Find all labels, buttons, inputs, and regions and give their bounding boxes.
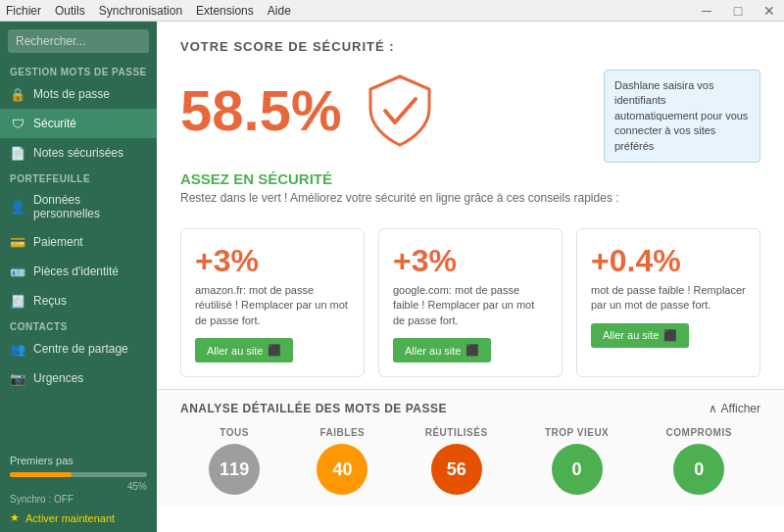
security-description: Restez dans le vert ! Améliorez votre sé… (180, 191, 670, 205)
stat-trop-vieux: TROP VIEUX 0 (545, 427, 609, 495)
progress-percent: 45% (0, 481, 157, 492)
stat-tous-label: TOUS (220, 427, 249, 438)
card-2-desc: google.com: mot de passe faible ! Rempla… (393, 283, 548, 328)
sidebar-item-pieces[interactable]: 🪪 Pièces d'identité (0, 257, 157, 286)
chevron-up-icon: ∧ (709, 402, 717, 415)
maximize-button[interactable]: □ (729, 2, 747, 20)
external-link-icon-3: ⬛ (663, 329, 677, 342)
sidebar-item-label: Pièces d'identité (33, 265, 119, 278)
stat-trop-vieux-label: TROP VIEUX (545, 427, 609, 438)
card-icon: 💳 (10, 234, 25, 250)
section-label-contacts: CONTACTS (0, 315, 157, 334)
card-3: +0.4% mot de passe faible ! Remplacer pa… (576, 228, 760, 377)
card-3-desc: mot de passe faible ! Remplacer par un m… (591, 283, 746, 314)
analysis-header: ANALYSE DÉTAILLÉE DES MOTS DE PASSE ∧ Af… (180, 402, 760, 415)
cards-row: +3% amazon.fr: mot de passe réutilisé ! … (157, 217, 784, 389)
shield-big-icon (361, 72, 439, 150)
premiers-pas-label: Premiers pas (0, 449, 157, 468)
stat-compromis: COMPROMIS 0 (666, 427, 732, 495)
stat-trop-vieux-circle: 0 (552, 444, 603, 495)
score-title: VOTRE SCORE DE SÉCURITÉ : (180, 39, 760, 54)
progress-container (10, 472, 147, 477)
external-link-icon: ⬛ (268, 344, 281, 357)
card-2-percent: +3% (393, 243, 548, 279)
analysis-title: ANALYSE DÉTAILLÉE DES MOTS DE PASSE (180, 402, 447, 415)
sidebar-item-label: Centre de partage (33, 342, 128, 356)
menu-bar: Fichier Outils Synchronisation Extension… (0, 0, 784, 22)
stat-compromis-circle: 0 (673, 444, 724, 495)
menu-extensions[interactable]: Extensions (196, 4, 254, 18)
stat-reutilises: RÉUTILISÉS 56 (425, 427, 488, 495)
sidebar-item-recus[interactable]: 🧾 Reçus (0, 286, 157, 315)
afficher-label: Afficher (721, 402, 760, 415)
share-icon: 👥 (10, 341, 25, 357)
card-3-btn[interactable]: Aller au site ⬛ (591, 323, 689, 348)
sidebar-item-mots-de-passe[interactable]: 🔒 Mots de passe (0, 79, 157, 109)
stat-reutilises-value: 56 (447, 459, 466, 480)
card-1-btn-label: Aller au site (207, 345, 263, 357)
stats-row: TOUS 119 FAIBLES 40 RÉUTILISÉS 56 (180, 427, 760, 495)
sidebar-item-label: Sécurité (33, 117, 76, 130)
lock-icon: 🔒 (10, 86, 25, 102)
card-2-btn[interactable]: Aller au site ⬛ (393, 338, 491, 363)
sidebar: GESTION MOTS DE PASSE 🔒 Mots de passe 🛡 … (0, 22, 157, 532)
sidebar-item-label: Mots de passe (33, 87, 110, 101)
sidebar-item-donnees[interactable]: 👤 Données personnelles (0, 186, 157, 227)
sidebar-item-notes[interactable]: 📄 Notes sécurisées (0, 138, 157, 168)
stat-tous: TOUS 119 (209, 427, 260, 495)
sidebar-item-label: Notes sécurisées (33, 146, 123, 160)
star-icon: ★ (10, 511, 20, 524)
menu-aide[interactable]: Aide (268, 4, 291, 18)
card-2: +3% google.com: mot de passe faible ! Re… (378, 228, 563, 377)
stat-faibles-value: 40 (332, 459, 352, 480)
person-icon: 👤 (10, 199, 25, 215)
card-1: +3% amazon.fr: mot de passe réutilisé ! … (180, 228, 365, 377)
menu-outils[interactable]: Outils (55, 4, 85, 18)
sidebar-item-urgences[interactable]: 📷 Urgences (0, 363, 157, 393)
sidebar-item-securite[interactable]: 🛡 Sécurité (0, 109, 157, 138)
sidebar-item-label: Données personnelles (33, 193, 147, 220)
stat-tous-circle: 119 (209, 444, 260, 495)
stat-compromis-value: 0 (694, 459, 704, 480)
sidebar-item-label: Urgences (33, 371, 83, 385)
synchro-status: Synchro : OFF (0, 492, 157, 507)
card-1-percent: +3% (195, 243, 350, 279)
sidebar-item-label: Reçus (33, 294, 67, 308)
stat-faibles-label: FAIBLES (320, 427, 366, 438)
afficher-button[interactable]: ∧ Afficher (709, 402, 760, 415)
receipt-icon: 🧾 (10, 293, 25, 309)
score-section: VOTRE SCORE DE SÉCURITÉ : 58.5% Dashlane… (157, 22, 784, 217)
sidebar-item-paiement[interactable]: 💳 Paiement (0, 227, 157, 257)
card-3-percent: +0.4% (591, 243, 746, 279)
search-container (0, 22, 157, 61)
card-3-btn-label: Aller au site (603, 329, 659, 341)
minimize-button[interactable]: ─ (698, 2, 715, 20)
score-row: 58.5% Dashlane saisira vos identifiants … (180, 60, 760, 163)
stat-trop-vieux-value: 0 (572, 459, 582, 480)
stat-tous-value: 119 (220, 459, 249, 480)
activer-label: Activer maintenant (25, 512, 115, 524)
security-status-label: ASSEZ EN SÉCURITÉ (180, 170, 760, 187)
activer-button[interactable]: ★ Activer maintenant (0, 507, 157, 532)
score-value: 58.5% (180, 82, 341, 139)
stat-faibles-circle: 40 (317, 444, 368, 495)
section-label-portefeuille: PORTEFEUILLE (0, 168, 157, 186)
sidebar-item-centre[interactable]: 👥 Centre de partage (0, 334, 157, 363)
card-1-btn[interactable]: Aller au site ⬛ (195, 338, 293, 363)
search-input[interactable] (8, 29, 149, 53)
analysis-section: ANALYSE DÉTAILLÉE DES MOTS DE PASSE ∧ Af… (157, 389, 784, 507)
progress-fill (10, 472, 72, 477)
stat-compromis-label: COMPROMIS (666, 427, 732, 438)
external-link-icon-2: ⬛ (466, 344, 479, 357)
stat-reutilises-label: RÉUTILISÉS (425, 427, 488, 438)
close-button[interactable]: ✕ (760, 2, 778, 20)
id-icon: 🪪 (10, 264, 25, 279)
main-content: VOTRE SCORE DE SÉCURITÉ : 58.5% Dashlane… (157, 22, 784, 532)
shield-icon: 🛡 (10, 116, 25, 131)
sidebar-item-label: Paiement (33, 235, 83, 249)
card-2-btn-label: Aller au site (405, 345, 461, 357)
stat-faibles: FAIBLES 40 (317, 427, 368, 495)
menu-fichier[interactable]: Fichier (6, 4, 41, 18)
tooltip-box: Dashlane saisira vos identifiants automa… (604, 70, 760, 163)
menu-synchronisation[interactable]: Synchronisation (99, 4, 182, 18)
